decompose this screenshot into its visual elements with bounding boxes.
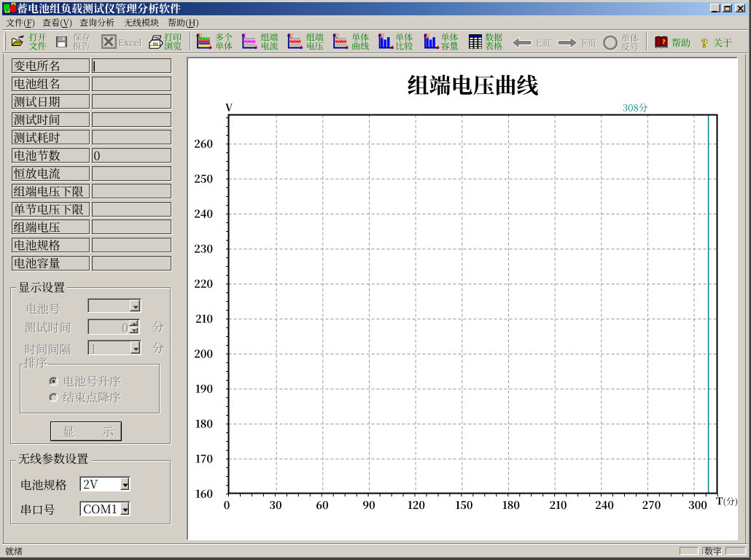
svg-text:?: ?	[662, 38, 666, 45]
svg-text:t: t	[210, 44, 212, 50]
svg-text:U: U	[289, 33, 294, 39]
svg-text:t: t	[301, 44, 303, 50]
svg-text:t: t	[437, 44, 440, 50]
svg-text:I: I	[244, 33, 246, 39]
svg-text:t: t	[255, 44, 257, 50]
svg-text:U: U	[380, 33, 384, 39]
svg-text:t: t	[392, 44, 394, 50]
svg-text:U: U	[198, 33, 203, 39]
svg-text:?: ?	[701, 36, 708, 50]
svg-text:U: U	[335, 33, 339, 39]
svg-text:U: U	[426, 33, 430, 39]
svg-text:t: t	[346, 44, 349, 50]
